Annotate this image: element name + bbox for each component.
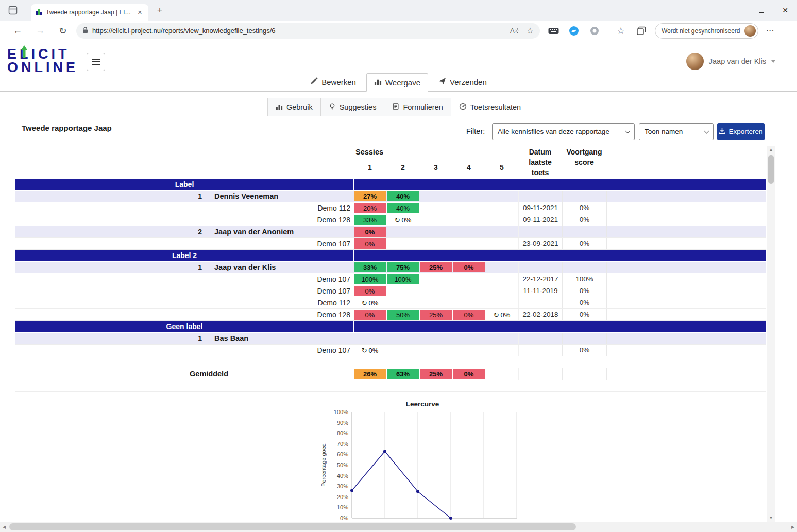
average-label: Gemiddeld — [15, 368, 353, 380]
session-cell: 50% — [386, 309, 419, 320]
profile-button[interactable]: Wordt niet gesynchroniseerd — [655, 23, 758, 39]
tab-weergave[interactable]: Weergave — [366, 73, 428, 92]
scroll-down-icon[interactable]: ▼ — [767, 514, 775, 522]
progress-cell: 0% — [562, 285, 606, 297]
browser-tab[interactable]: Tweede rapportage Jaap | Elicit ✕ — [31, 4, 148, 21]
subtab-formulieren[interactable]: Formulieren — [384, 98, 451, 116]
browser-menu-icon[interactable]: ⋯ — [762, 26, 778, 36]
table-row-demo: Demo 107↻0%0% — [15, 345, 766, 356]
filler-cell — [606, 333, 766, 344]
person-number: 1 — [15, 333, 202, 344]
session-cell: 0% — [353, 285, 386, 297]
address-bar[interactable]: https://elicit.i-project.nu/reports/view… — [76, 23, 540, 39]
score-value: 100% — [354, 274, 386, 284]
session-cell: 33% — [353, 214, 386, 226]
score-value: 0% — [501, 311, 511, 319]
person-name: Jaap van der Klis — [214, 262, 276, 273]
session-cell — [485, 202, 518, 214]
progress-cell — [562, 191, 606, 202]
minimize-button[interactable]: – — [726, 0, 750, 21]
subtab-suggesties[interactable]: Suggesties — [320, 98, 385, 116]
date-cell — [518, 368, 562, 380]
user-name: Jaap van der Klis — [709, 57, 766, 65]
date-cell: 22-12-2017 — [518, 273, 562, 285]
name-filter-select[interactable]: Toon namen — [639, 123, 714, 140]
svg-text:100%: 100% — [334, 409, 348, 415]
refresh-button[interactable]: ↻ — [52, 25, 74, 37]
main-nav: Bewerken Weergave Verzenden — [0, 73, 797, 92]
scroll-right-icon[interactable]: ▶ — [789, 522, 797, 532]
extension-icon-2[interactable] — [567, 24, 581, 38]
scroll-up-icon[interactable]: ▲ — [767, 146, 775, 153]
url-text[interactable]: https://elicit.i-project.nu/reports/view… — [92, 27, 510, 35]
session-cell: 25% — [419, 309, 452, 320]
vertical-scroll-thumb[interactable] — [768, 155, 774, 184]
tab-label: Bewerken — [321, 78, 356, 87]
favorites-icon[interactable]: ☆ — [614, 24, 628, 38]
table-row-person: 1Bas Baan — [15, 333, 766, 345]
session-cell — [485, 273, 518, 285]
demo-name: Demo 107 — [15, 238, 353, 249]
session-cell: 0% — [353, 309, 386, 320]
table-row-average: Gemiddeld26%63%25%0% — [15, 368, 766, 380]
close-window-button[interactable]: ✕ — [773, 0, 797, 21]
export-label: Exporteren — [728, 128, 762, 135]
progress-cell — [562, 262, 606, 273]
subtab-toetsresultaten[interactable]: Toetsresultaten — [451, 98, 529, 116]
subtab-gebruik[interactable]: Gebruik — [267, 98, 321, 116]
group-label: Geen label — [15, 321, 353, 332]
person-name: Dennis Veeneman — [214, 191, 278, 202]
session-numbers: 1 2 3 4 5 — [353, 163, 518, 171]
session-cell — [386, 226, 419, 237]
pencil-icon — [310, 77, 318, 87]
maximize-button[interactable] — [750, 0, 773, 21]
elicit-logo[interactable]: ELICIT ONLINE — [7, 47, 78, 74]
horizontal-scrollbar[interactable]: ◀ ▶ — [0, 522, 797, 532]
session-cell — [386, 333, 419, 344]
tab-bewerken[interactable]: Bewerken — [303, 73, 363, 91]
user-menu[interactable]: Jaap van der Klis — [686, 53, 775, 70]
date-cell — [518, 191, 562, 202]
score-value: 25% — [420, 262, 452, 272]
extension-icon-3[interactable] — [587, 24, 602, 38]
filler-cell — [606, 202, 766, 214]
window-controls: – ✕ — [726, 0, 797, 21]
vertical-scrollbar[interactable]: ▲ ▼ — [767, 146, 775, 522]
new-tab-button[interactable]: + — [154, 5, 166, 17]
scroll-left-icon[interactable]: ◀ — [0, 522, 8, 532]
back-button[interactable]: ← — [6, 25, 29, 36]
row-name: 1Jaap van der Klis — [15, 262, 353, 273]
table-row-person: 1Dennis Veeneman27%40% — [15, 191, 766, 202]
forward-button[interactable]: → — [29, 25, 52, 36]
collections-icon[interactable] — [634, 24, 649, 38]
session-cell: 63% — [386, 368, 419, 380]
horizontal-scroll-thumb[interactable] — [9, 523, 576, 530]
svg-text:60%: 60% — [337, 451, 348, 457]
session-col: 3 — [419, 163, 452, 171]
table-row-demo: Demo 1070%11-11-20190% — [15, 285, 766, 297]
export-button[interactable]: Exporteren — [717, 123, 765, 140]
add-favorite-icon[interactable]: ☆ — [527, 26, 534, 36]
name-filter-value: Toon namen — [645, 128, 683, 135]
browser-tab-title: Tweede rapportage Jaap | Elicit — [46, 9, 132, 16]
kennisfile-filter-select[interactable]: Alle kennisfiles van deze rapportage — [492, 123, 635, 140]
session-col: 4 — [452, 163, 485, 171]
menu-button[interactable] — [87, 53, 105, 71]
extension-icon-1[interactable] — [546, 24, 561, 38]
svg-text:80%: 80% — [337, 430, 348, 436]
date-cell: 09-11-2021 — [518, 214, 562, 226]
session-cell: 100% — [386, 273, 419, 285]
table-row-group: Label 2 — [15, 250, 766, 262]
group-bar — [354, 250, 563, 261]
group-bar — [563, 250, 766, 261]
read-aloud-icon[interactable]: A — [510, 27, 519, 35]
session-cell — [452, 333, 485, 344]
tab-close-icon[interactable]: ✕ — [135, 8, 144, 17]
tab-verzenden[interactable]: Verzenden — [431, 73, 494, 91]
progress-cell: 0% — [562, 309, 606, 320]
send-icon — [438, 77, 446, 87]
tab-actions-icon[interactable] — [8, 6, 18, 15]
lock-icon[interactable] — [82, 27, 88, 35]
session-cell: 0% — [353, 238, 386, 249]
score-value: 0% — [453, 310, 485, 320]
